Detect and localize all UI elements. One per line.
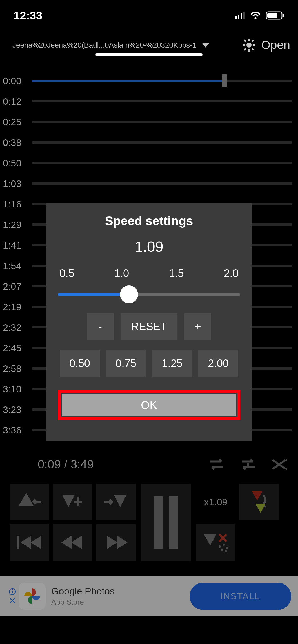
timeline-time-label: 2:07 [3, 281, 21, 292]
speed-indicator[interactable]: x1.09 [196, 484, 235, 520]
svg-rect-15 [251, 39, 254, 43]
svg-rect-3 [243, 12, 245, 19]
speed-preset-button[interactable]: 1.25 [152, 350, 192, 377]
timeline-time-label: 0:00 [3, 75, 21, 86]
mark-back-button[interactable] [10, 484, 49, 520]
tick-2: 1.5 [169, 267, 184, 279]
timeline-row[interactable]: 0:00 [0, 70, 298, 91]
ab-swap-button[interactable] [239, 484, 279, 520]
tick-0: 0.5 [59, 267, 74, 279]
svg-marker-26 [31, 536, 41, 549]
timeline-time-label: 3:10 [3, 383, 21, 394]
svg-rect-10 [248, 39, 250, 41]
timeline-time-label: 0:25 [3, 116, 21, 127]
play-pause-button[interactable] [141, 484, 191, 561]
timeline-row[interactable]: 0:38 [0, 132, 298, 153]
ad-subtitle: App Store [51, 598, 190, 607]
playback-time: 0:09 / 3:49 [10, 458, 94, 471]
svg-rect-7 [283, 14, 284, 17]
status-bar: 12:33 [0, 0, 298, 31]
svg-rect-6 [267, 13, 277, 18]
ad-install-button[interactable]: INSTALL [190, 583, 291, 610]
mark-add-button[interactable] [53, 484, 92, 520]
svg-point-39 [225, 550, 227, 552]
file-name[interactable]: Jeena%20Jeena%20(Badl...0Aslam%20-%20320… [12, 41, 196, 50]
playback-controls: 0:09 / 3:49 [0, 448, 298, 567]
dropdown-icon[interactable] [201, 41, 210, 49]
preset-row: 0.500.751.252.00 [58, 350, 240, 377]
timeline-row[interactable]: 0:12 [0, 91, 298, 111]
svg-marker-29 [107, 536, 117, 549]
timeline-time-label: 0:50 [3, 157, 21, 168]
repeat-one-icon[interactable] [239, 457, 257, 472]
timeline-time-label: 1:29 [3, 219, 21, 230]
svg-point-35 [219, 545, 221, 548]
speed-preset-button[interactable]: 2.00 [198, 350, 238, 377]
forward-button[interactable] [96, 524, 136, 561]
svg-point-36 [223, 544, 225, 546]
tick-3: 2.0 [224, 267, 239, 279]
speed-value: 1.09 [58, 238, 240, 255]
speed-settings-dialog: Speed settings 1.09 0.5 1.0 1.5 2.0 - RE… [46, 203, 252, 441]
speed-increment-button[interactable]: + [184, 313, 211, 340]
gear-icon[interactable] [242, 38, 256, 52]
cellular-icon [235, 12, 245, 19]
ad-info-icon[interactable] [9, 588, 16, 595]
ok-highlight: OK [58, 390, 240, 420]
open-link[interactable]: Open [261, 38, 290, 52]
ad-close-icon[interactable] [9, 597, 16, 604]
timeline-time-label: 1:54 [3, 260, 21, 271]
speed-preset-button[interactable]: 0.75 [106, 350, 146, 377]
timeline-row[interactable]: 0:25 [0, 111, 298, 132]
timeline-time-label: 0:38 [3, 137, 21, 148]
svg-point-38 [221, 549, 223, 551]
ad-banner: Google Photos App Store INSTALL [0, 576, 298, 616]
tick-1: 1.0 [114, 267, 129, 279]
dialog-title: Speed settings [58, 214, 240, 228]
svg-marker-27 [61, 536, 72, 549]
ad-app-icon[interactable] [19, 583, 46, 610]
svg-point-4 [255, 17, 257, 19]
svg-marker-25 [21, 536, 31, 549]
svg-rect-16 [244, 48, 247, 51]
svg-marker-19 [286, 458, 287, 462]
repeat-icon[interactable] [208, 457, 225, 472]
svg-point-37 [226, 547, 228, 549]
ok-button[interactable]: OK [62, 394, 236, 416]
svg-marker-20 [286, 467, 287, 471]
svg-rect-17 [251, 48, 254, 51]
timeline-time-label: 1:41 [3, 240, 21, 251]
timeline-time-label: 1:03 [3, 178, 21, 189]
svg-marker-22 [62, 495, 75, 507]
svg-rect-24 [17, 536, 19, 549]
speed-slider[interactable] [58, 287, 240, 301]
timeline-row[interactable]: 0:50 [0, 153, 298, 173]
svg-marker-31 [252, 491, 262, 500]
svg-marker-21 [19, 493, 34, 506]
mark-forward-button[interactable] [96, 484, 136, 520]
svg-rect-0 [235, 16, 237, 19]
status-time: 12:33 [14, 9, 42, 22]
home-indicator[interactable] [95, 53, 203, 56]
svg-point-42 [12, 589, 13, 591]
timeline-time-label: 2:19 [3, 301, 21, 312]
speed-reset-button[interactable]: RESET [121, 313, 177, 340]
shuffle-icon[interactable] [271, 457, 287, 472]
svg-rect-1 [238, 15, 239, 19]
svg-rect-14 [244, 39, 247, 43]
clear-marks-button[interactable] [196, 524, 235, 561]
battery-icon [266, 11, 284, 20]
svg-rect-13 [253, 44, 255, 46]
svg-rect-11 [248, 49, 250, 52]
rewind-button[interactable] [53, 524, 92, 561]
timeline-row[interactable]: 1:03 [0, 173, 298, 194]
speed-preset-button[interactable]: 0.50 [60, 350, 100, 377]
timeline-time-label: 1:16 [3, 198, 21, 209]
timeline-time-label: 2:45 [3, 342, 21, 353]
ad-title: Google Photos [51, 586, 190, 597]
speed-decrement-button[interactable]: - [87, 313, 114, 340]
wifi-icon [250, 12, 261, 19]
timeline-thumb[interactable] [222, 74, 227, 87]
slider-tick-labels: 0.5 1.0 1.5 2.0 [58, 267, 240, 279]
skip-prev-button[interactable] [10, 524, 49, 561]
